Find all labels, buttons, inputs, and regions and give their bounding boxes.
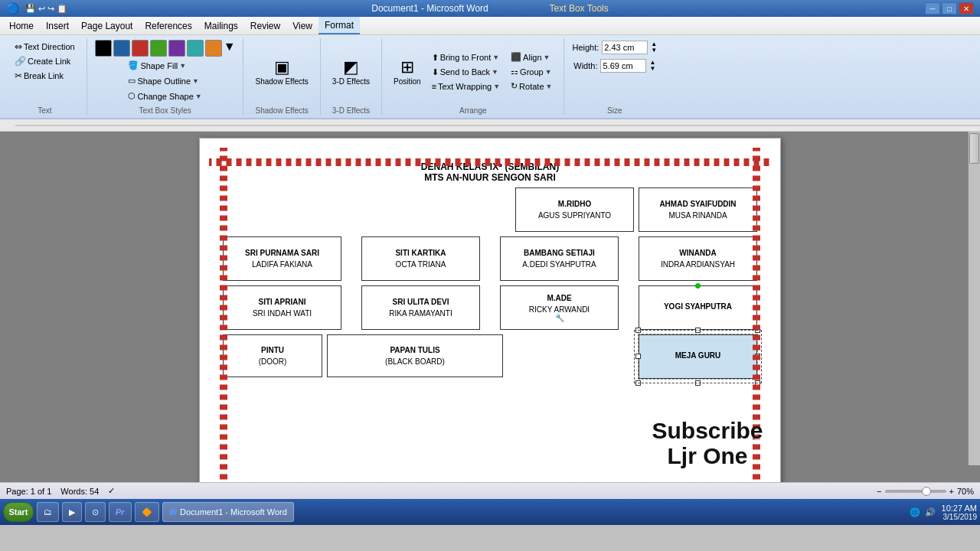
menu-view[interactable]: View (286, 17, 318, 34)
text-group-label: Text (38, 106, 51, 115)
shape-fill-dropdown-arrow[interactable]: ▼ (179, 62, 186, 70)
menu-home[interactable]: Home (3, 17, 40, 34)
title-bar: 🔵 💾 ↩ ↪ 📋 Document1 - Microsoft Word Tex… (0, 0, 980, 17)
width-row: Width: ▲ ▼ (573, 59, 655, 73)
color-orange[interactable] (205, 40, 222, 57)
meja-guru-box[interactable]: MEJA GURU (639, 334, 757, 379)
minimize-button[interactable]: ─ (925, 2, 940, 15)
word-taskbar-btn[interactable]: W Document1 - Microsoft Word (162, 502, 294, 522)
color-purple[interactable] (168, 40, 185, 57)
color-red[interactable] (132, 40, 149, 57)
group-button[interactable]: ⚏ Group ▼ (507, 65, 556, 78)
bring-front-arrow[interactable]: ▼ (492, 54, 499, 61)
menu-review[interactable]: Review (244, 17, 286, 34)
position-label: Position (394, 77, 421, 86)
rotate-arrow[interactable]: ▼ (546, 83, 553, 90)
break-link-label: Break Link (24, 71, 64, 80)
bring-to-front-button[interactable]: ⬆ Bring to Front ▼ (428, 51, 504, 64)
3d-effects-button[interactable]: ◩ 3-D Effects (328, 55, 374, 88)
title-line1: DENAH KELAS IXᵃ (SEMBILAN) (223, 161, 757, 172)
color-teal[interactable] (187, 40, 204, 57)
file-explorer-btn[interactable]: 🗂 (37, 502, 59, 522)
zoom-thumb[interactable] (922, 487, 931, 496)
rotate-handle[interactable] (695, 283, 701, 289)
meja-guru-label: MEJA GURU (675, 351, 721, 360)
height-input[interactable] (602, 41, 648, 54)
premiere-btn[interactable]: Pr (109, 502, 132, 522)
shadow-effects-button[interactable]: ▣ Shadow Effects (251, 55, 312, 88)
spell-check-icon[interactable]: ✓ (108, 486, 115, 496)
height-label: Height: (572, 43, 599, 52)
rotate-button[interactable]: ↻ Rotate ▼ (507, 80, 556, 93)
color-green[interactable] (150, 40, 167, 57)
chrome-btn[interactable]: ⊙ (85, 502, 106, 522)
status-right: − + 70% (877, 487, 974, 496)
align-arrow[interactable]: ▼ (544, 54, 550, 61)
shadow-effects-label: Shadow Effects (255, 77, 308, 86)
position-button[interactable]: ⊞ Position (390, 55, 425, 88)
change-shape-button[interactable]: ⬡ Change Shape ▼ (124, 89, 205, 103)
menu-format[interactable]: Format (318, 17, 360, 34)
change-shape-dropdown-arrow[interactable]: ▼ (195, 93, 202, 100)
menu-page-layout[interactable]: Page Layout (75, 17, 139, 34)
handle-br[interactable] (755, 380, 760, 386)
menu-references[interactable]: References (139, 17, 198, 34)
seat-ahmad-syaifuddin: AHMAD SYAIFUDDIN MUSA RINANDA (639, 187, 757, 232)
text-wrapping-arrow[interactable]: ▼ (493, 83, 500, 90)
handle-mr[interactable] (755, 354, 760, 359)
send-to-back-button[interactable]: ⬇ Send to Back ▼ (428, 66, 504, 79)
wmp-btn[interactable]: ▶ (62, 502, 82, 522)
handle-tl[interactable] (635, 328, 641, 333)
color-black[interactable] (95, 40, 112, 57)
handle-bl[interactable] (635, 380, 641, 386)
send-back-arrow[interactable]: ▼ (492, 68, 498, 76)
handle-tc[interactable] (695, 328, 701, 333)
color-blue[interactable] (113, 40, 130, 57)
shape-outline-button[interactable]: ▭ Shape Outline ▼ (124, 73, 205, 88)
size-group-label: Size (607, 106, 622, 115)
text-wrapping-button[interactable]: ≡ Text Wrapping ▼ (428, 80, 504, 93)
shape-fill-icon: 🪣 (128, 60, 139, 70)
arrange-group-label: Arrange (459, 106, 487, 115)
word-doc-label: Document1 - Microsoft Word (180, 507, 287, 517)
break-link-button[interactable]: ✂ Break Link (11, 69, 67, 83)
seat-sri-purnama: SRI PURNAMA SARI LADIFA FAKIANA (223, 236, 341, 281)
seat-papan-tulis: PAPAN TULIS (BLACK BOARD) (327, 334, 503, 377)
seat-bambang: BAMBANG SETIAJI A.DEDI SYAHPUTRA (500, 236, 619, 281)
create-link-button[interactable]: 🔗 Create Link (11, 54, 74, 68)
align-button[interactable]: ⬛ Align ▼ (507, 51, 556, 64)
word-icon: W (169, 507, 177, 517)
shape-outline-dropdown-arrow[interactable]: ▼ (192, 77, 199, 85)
seat-winanda: WINANDA INDRA ARDIANSYAH (639, 236, 757, 281)
zoom-slider[interactable] (885, 490, 946, 493)
menu-mailings[interactable]: Mailings (198, 17, 244, 34)
vlc-btn[interactable]: 🔶 (135, 502, 159, 522)
close-button[interactable]: ✕ (959, 2, 974, 15)
shape-fill-button[interactable]: 🪣 Shape Fill ▼ (124, 58, 205, 73)
zoom-out-button[interactable]: − (877, 487, 881, 496)
start-button[interactable]: Start (3, 502, 34, 522)
group-icon: ⚏ (511, 67, 518, 77)
handle-tr[interactable] (755, 328, 760, 333)
group-arrow[interactable]: ▼ (545, 68, 552, 76)
word-count: Words: 54 (60, 487, 99, 496)
menu-insert[interactable]: Insert (40, 17, 75, 34)
text-direction-button[interactable]: ⇔ Text Direction (11, 40, 79, 54)
scroll-thumb[interactable] (969, 133, 979, 164)
seat-siti-kartika: SITI KARTIKA OCTA TRIANA (361, 236, 480, 281)
styles-expand-icon[interactable]: ▼ (224, 40, 236, 57)
handle-ml[interactable] (635, 354, 641, 359)
seat-yogi: YOGI SYAHPUTRA (639, 285, 757, 330)
title-text1: DENAH KELAS IXᵃ (SEMBILAN) (421, 161, 559, 172)
ribbon-content: ⇔ Text Direction 🔗 Create Link ✂ Break L… (0, 35, 980, 118)
seat-siti-apriani: SITI APRIANI SRI INDAH WATI (223, 285, 341, 330)
vertical-scrollbar[interactable] (968, 132, 980, 465)
zoom-in-button[interactable]: + (949, 487, 954, 496)
maximize-button[interactable]: □ (942, 2, 957, 15)
color-swatches-row: ▼ (95, 40, 236, 57)
width-down-arrow[interactable]: ▼ (649, 66, 655, 72)
height-down-arrow[interactable]: ▼ (651, 47, 657, 54)
width-input[interactable] (600, 59, 646, 73)
align-icon: ⬛ (511, 52, 521, 62)
handle-bc[interactable] (695, 380, 701, 386)
